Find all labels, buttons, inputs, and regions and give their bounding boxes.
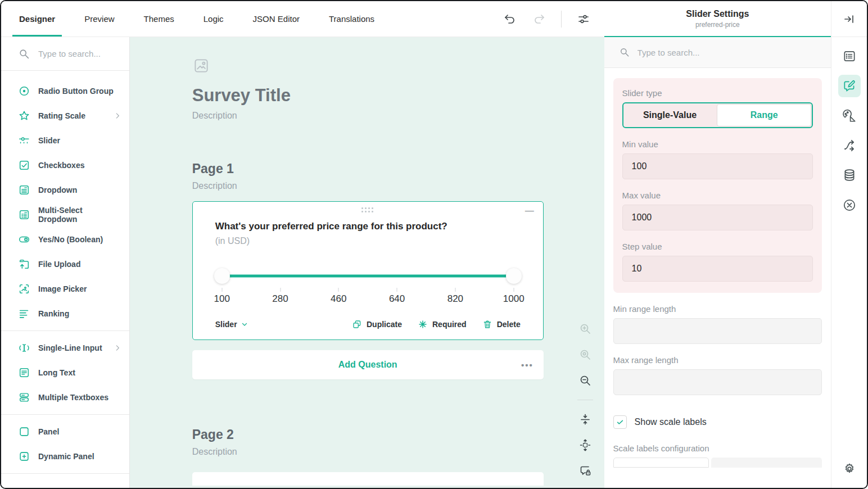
range-slider[interactable] — [222, 268, 514, 284]
tab-designer[interactable]: Designer — [19, 1, 55, 37]
slider-type-single-value[interactable]: Single-Value — [623, 103, 717, 127]
zoom-out-icon[interactable] — [578, 374, 592, 387]
add-question-bar: Add Question ••• — [192, 350, 544, 379]
long-text-icon — [18, 366, 30, 379]
top-bar-left: Designer Preview Themes Logic JSON Edito… — [1, 1, 604, 37]
multiple-textboxes-icon — [18, 391, 30, 404]
toolbox-item-ranking[interactable]: Ranking — [1, 301, 129, 326]
show-scale-labels-checkbox[interactable]: Show scale labels — [613, 415, 822, 429]
drag-move-icon[interactable] — [578, 438, 592, 452]
toolbar-divider — [561, 11, 562, 28]
toolbox-item-multi-select-dropdown[interactable]: Multi-Select Dropdown — [1, 202, 129, 227]
zoom-in-icon[interactable] — [578, 322, 592, 336]
page2-description[interactable]: Description — [192, 447, 544, 457]
page2-question-stub[interactable] — [192, 472, 544, 486]
max-range-length-input[interactable] — [613, 369, 822, 395]
min-range-length-label: Min range length — [613, 304, 822, 314]
form-icon[interactable] — [838, 45, 861, 67]
scale-label: 1000 — [503, 293, 525, 305]
add-question-menu-icon[interactable]: ••• — [521, 360, 534, 370]
scale-label: 280 — [272, 293, 288, 305]
toolbox-item-rating-scale[interactable]: Rating Scale — [1, 103, 129, 128]
delete-button[interactable]: Delete — [482, 319, 521, 329]
required-button[interactable]: Required — [418, 319, 467, 329]
page1-description[interactable]: Description — [192, 181, 544, 191]
step-value-input[interactable] — [622, 256, 813, 282]
toolbox-item-long-text[interactable]: Long Text — [1, 360, 129, 385]
page1-title[interactable]: Page 1 — [192, 161, 544, 176]
close-circle-icon[interactable] — [838, 194, 861, 216]
scale-labels-config-control[interactable] — [613, 458, 822, 468]
collapse-question-icon[interactable]: — — [525, 206, 534, 215]
dropdown-icon — [18, 184, 30, 196]
toolbox-item-radio-button-group[interactable]: Radio Button Group — [1, 79, 129, 103]
duplicate-button[interactable]: Duplicate — [352, 319, 402, 329]
toolbox-item-dropdown[interactable]: Dropdown — [1, 178, 129, 202]
radio-group-icon — [18, 85, 30, 97]
toolbox-item-image-picker[interactable]: Image Picker — [1, 277, 129, 301]
toolbox-item-dynamic-panel[interactable]: Dynamic Panel — [1, 444, 129, 469]
tab-json-editor[interactable]: JSON Editor — [253, 1, 300, 37]
drag-handle-icon[interactable] — [361, 207, 374, 213]
min-value-input[interactable] — [622, 153, 813, 179]
settings-panel-header: Slider Settings preferred-price — [604, 1, 831, 37]
toolbox-item-multiple-textboxes[interactable]: Multiple Textboxes — [1, 385, 129, 410]
theme-icon[interactable] — [838, 105, 861, 127]
question-title[interactable]: What's your preferred price range for th… — [215, 221, 521, 232]
survey-description[interactable]: Description — [192, 111, 544, 121]
toolbox-item-file-upload[interactable]: File Upload — [1, 252, 129, 277]
toolbox-item-panel[interactable]: Panel — [1, 419, 129, 444]
page2-title[interactable]: Page 2 — [192, 427, 544, 442]
settings-search[interactable] — [604, 37, 831, 68]
tab-translations[interactable]: Translations — [329, 1, 374, 37]
toolbox-item-boolean[interactable]: Yes/No (Boolean) — [1, 227, 129, 252]
slider-handle-max[interactable] — [506, 268, 522, 284]
question-description[interactable]: (in USD) — [215, 236, 521, 246]
min-range-length-input[interactable] — [613, 318, 822, 344]
toolbox-divider — [1, 473, 129, 474]
survey-logo-placeholder-icon[interactable] — [192, 57, 544, 74]
chevron-right-icon[interactable] — [114, 344, 121, 352]
app-window: Designer Preview Themes Logic JSON Edito… — [0, 0, 868, 489]
toolbox-search-input[interactable] — [38, 49, 117, 58]
undo-icon[interactable] — [503, 12, 517, 26]
tab-logic[interactable]: Logic — [204, 1, 224, 37]
checkbox-checked-icon — [613, 415, 627, 429]
toolbox-search[interactable] — [1, 37, 129, 71]
tab-preview[interactable]: Preview — [84, 1, 114, 37]
toolbox-list: Radio Button Group Rating Scale Slider C… — [1, 71, 129, 474]
toolbox-item-checkboxes[interactable]: Checkboxes — [1, 153, 129, 178]
chevron-right-icon[interactable] — [114, 112, 121, 120]
panel-icon — [18, 425, 30, 438]
slider-type-range[interactable]: Range — [717, 104, 811, 126]
zoom-reset-icon[interactable] — [578, 348, 592, 361]
edit-comment-icon[interactable] — [838, 75, 861, 97]
question-type-selector[interactable]: Slider — [215, 320, 248, 329]
toolbox-item-slider[interactable]: Slider — [1, 128, 129, 153]
property-settings-icon[interactable] — [576, 12, 591, 26]
database-icon[interactable] — [838, 164, 861, 187]
main-area: Radio Button Group Rating Scale Slider C… — [1, 37, 867, 488]
add-question-button[interactable]: Add Question — [192, 360, 544, 370]
gear-icon[interactable] — [838, 458, 861, 480]
slider-handle-min[interactable] — [214, 268, 230, 284]
question-card-preferred-price[interactable]: — What's your preferred price range for … — [192, 201, 544, 340]
toolbox-item-single-line-input[interactable]: Single-Line Input — [1, 336, 129, 360]
dynamic-panel-icon — [18, 450, 30, 463]
question-actions: Duplicate Required Delete — [352, 319, 521, 329]
bubble-lock-icon[interactable] — [578, 464, 592, 478]
collapse-all-icon[interactable] — [578, 413, 592, 426]
max-value-input[interactable] — [622, 205, 813, 230]
slider-track[interactable] — [223, 275, 513, 278]
logic-icon[interactable] — [838, 134, 861, 157]
survey-title[interactable]: Survey Title — [192, 85, 544, 106]
strip-top — [831, 1, 867, 37]
collapse-panel-icon[interactable] — [842, 12, 857, 26]
toolbox-divider — [1, 330, 129, 331]
tab-themes[interactable]: Themes — [144, 1, 174, 37]
settings-search-input[interactable] — [638, 48, 778, 57]
main-tabs: Designer Preview Themes Logic JSON Edito… — [1, 1, 374, 37]
redo-icon[interactable] — [532, 12, 546, 26]
design-canvas: Survey Title Description Page 1 Descript… — [130, 37, 604, 488]
toolbox-divider — [1, 414, 129, 415]
